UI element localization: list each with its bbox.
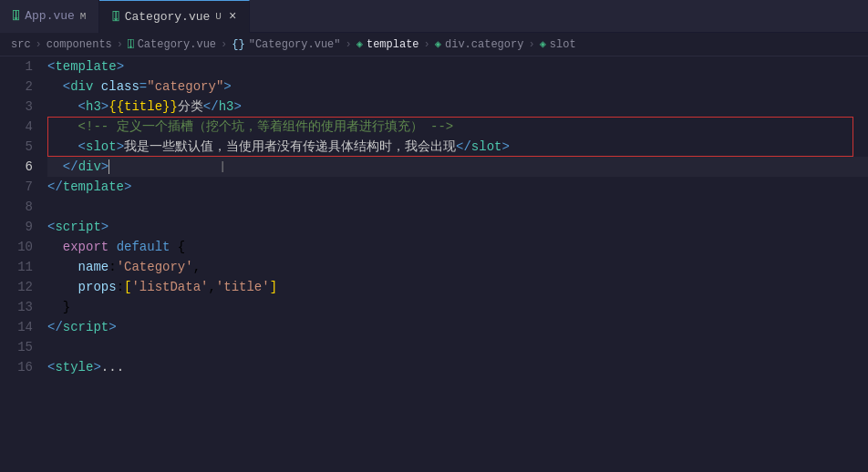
- tab-category-vue[interactable]: ⍗ Category.vue U ×: [99, 0, 250, 33]
- line-num-15: 15: [15, 337, 33, 357]
- tab-modified-app-vue: M: [80, 11, 87, 22]
- line-num-11: 11: [15, 257, 33, 277]
- comma-11: ,: [193, 257, 201, 277]
- eq-2: =: [140, 77, 147, 97]
- breadcrumb-src: src: [11, 38, 31, 51]
- breadcrumb-sep-1: ›: [36, 38, 42, 51]
- tagname-3b: h3: [219, 97, 234, 117]
- code-line-11: name:'Category',: [47, 257, 868, 277]
- code-content: <template> <div class="category"> <h3>{{…: [44, 56, 868, 472]
- indent-2: [47, 77, 63, 97]
- tag-close-template: </: [47, 177, 63, 197]
- space-10: [108, 237, 116, 257]
- code-line-16: <style>...: [47, 357, 868, 377]
- tagname-slot: slot: [86, 137, 117, 157]
- tagname-3: h3: [86, 97, 101, 117]
- colon-11: :: [108, 257, 116, 277]
- line-num-9: 9: [15, 217, 33, 237]
- tag-open-1: <: [47, 56, 55, 77]
- code-line-3: <h3>{{title}}分类</h3>: [47, 97, 868, 117]
- code-editor[interactable]: 1 2 3 4 5 6 7 8 9 10 11 12 13 14 15 16: [0, 56, 868, 472]
- breadcrumb-sep-4: ›: [346, 38, 352, 51]
- tagname-style: style: [55, 357, 93, 377]
- code-line-14: </script>: [47, 317, 868, 337]
- breadcrumb-braces-icon: {}: [232, 38, 244, 51]
- tab-app-vue[interactable]: ⍗ App.vue M: [0, 0, 99, 33]
- breadcrumb-sep-6: ›: [528, 38, 534, 51]
- text-10: {: [170, 237, 185, 257]
- code-line-9: <script>: [47, 217, 868, 237]
- vue-icon: ⍗: [13, 9, 19, 23]
- tag-gt-slot-close: >: [501, 137, 509, 157]
- code-line-4: <!-- 定义一个插槽（挖个坑，等着组件的使用者进行填充） -->: [47, 117, 868, 137]
- attr-val-2: "category": [147, 77, 223, 97]
- tag-close-script: </: [47, 317, 63, 337]
- tag-close-div: </: [63, 157, 78, 177]
- line-num-10: 10: [15, 237, 33, 257]
- tag-open-2: <: [63, 77, 70, 97]
- attr-class: class: [101, 77, 140, 97]
- line-num-6: 6: [15, 157, 33, 177]
- code-line-10: export default {: [47, 237, 868, 257]
- breadcrumb-div-category: div.category: [445, 38, 523, 51]
- code-line-2: <div class="category">: [47, 77, 868, 97]
- line-num-12: 12: [15, 277, 33, 297]
- bracket-open-12: [: [124, 277, 131, 297]
- text-13: }: [63, 297, 70, 317]
- code-line-13: }: [47, 297, 868, 317]
- tag-gt-slot: >: [117, 137, 124, 157]
- indent-3: [47, 97, 78, 117]
- line-numbers: 1 2 3 4 5 6 7 8 9 10 11 12 13 14 15 16: [0, 56, 44, 472]
- cursor-hint: |: [219, 157, 226, 177]
- tag-open-style: <: [47, 357, 55, 377]
- line-num-2: 2: [15, 77, 33, 97]
- code-line-12: props:['listData','title']: [47, 277, 868, 297]
- comment-4: <!-- 定义一个插槽（挖个坑，等着组件的使用者进行填充） -->: [78, 117, 454, 137]
- tag-close-h3: </: [203, 97, 219, 117]
- code-line-15: [47, 337, 868, 357]
- tag-close-slot: </: [456, 137, 471, 157]
- colon-12: :: [117, 277, 124, 297]
- tab-modified-category-vue: U: [215, 11, 222, 22]
- indent-11: [47, 257, 78, 277]
- comma-12: ,: [208, 277, 215, 297]
- tagname-2: div: [70, 77, 93, 97]
- tab-close-button[interactable]: ×: [229, 9, 236, 24]
- indent-4: [47, 117, 78, 137]
- tag-gt-script: >: [101, 217, 108, 237]
- tag-open-script: <: [47, 217, 55, 237]
- breadcrumb-category-name: "Category.vue": [249, 38, 341, 51]
- slot-default-text: 我是一些默认值，当使用者没有传递具体结构时，我会出现: [124, 137, 456, 157]
- breadcrumb-components: components: [46, 38, 112, 51]
- prop-val-12a: 'listData': [131, 277, 208, 297]
- vue-icon-2: ⍗: [112, 10, 119, 24]
- tab-label-app-vue: App.vue: [25, 9, 75, 23]
- tag-open-3: <: [78, 97, 86, 117]
- code-line-6: </div> |: [47, 157, 868, 177]
- code-line-7: </template>: [47, 177, 868, 197]
- tag-close-3: >: [101, 97, 108, 117]
- space-2: [93, 77, 100, 97]
- indent-13: [47, 297, 63, 317]
- indent-12: [47, 277, 78, 297]
- code-area: 1 2 3 4 5 6 7 8 9 10 11 12 13 14 15 16: [0, 56, 868, 472]
- indent-5: [47, 137, 78, 157]
- style-ellipsis: ...: [101, 357, 124, 377]
- code-line-1: <template>: [47, 56, 868, 77]
- highlighted-block: <!-- 定义一个插槽（挖个坑，等着组件的使用者进行填充） --> <slot>…: [47, 117, 868, 157]
- tag-gt-style: >: [93, 357, 100, 377]
- text-cursor: [108, 159, 109, 174]
- tag-gt-3: >: [233, 97, 241, 117]
- line-num-14: 14: [15, 317, 33, 337]
- tag-gt-div-close: >: [101, 157, 108, 177]
- prop-name-11: name: [78, 257, 109, 277]
- line-num-8: 8: [15, 197, 33, 217]
- indent-6: [47, 157, 63, 177]
- breadcrumb-sep-2: ›: [117, 38, 123, 51]
- kw-export: export: [63, 237, 108, 257]
- tag-gt-template-close: >: [124, 177, 131, 197]
- app-container: ⍗ App.vue M ⍗ Category.vue U × src › com…: [0, 0, 868, 472]
- breadcrumb-sep-3: ›: [221, 38, 227, 51]
- breadcrumb-template: template: [367, 38, 419, 51]
- tagname-script: script: [55, 217, 100, 237]
